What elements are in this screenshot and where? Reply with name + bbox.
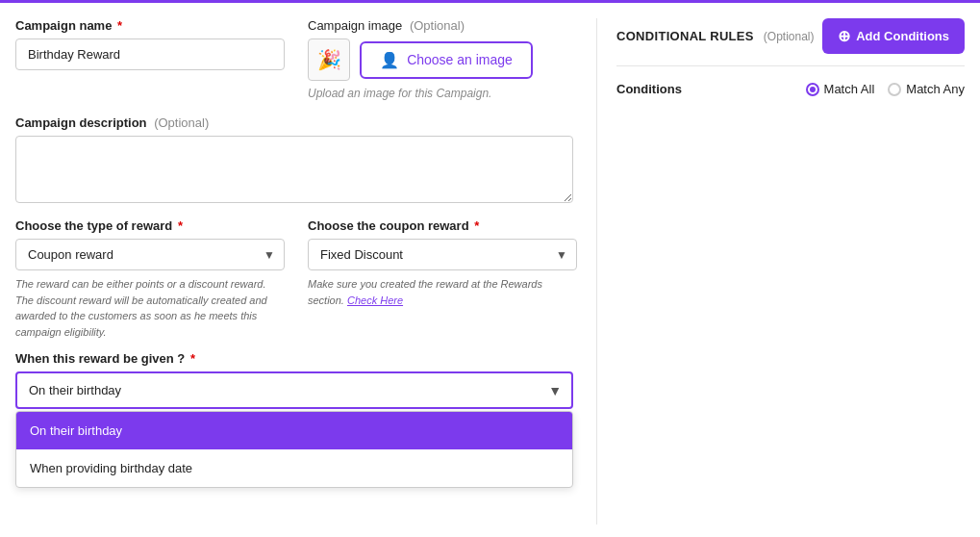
match-options: Match All Match Any (806, 82, 965, 96)
coupon-reward-hint: Make sure you created the reward at the … (308, 276, 577, 308)
campaign-image-label: Campaign image (Optional) (308, 18, 533, 33)
choose-image-button[interactable]: 👤 Choose an image (360, 41, 533, 79)
match-any-radio[interactable] (888, 83, 901, 96)
match-all-label: Match All (824, 82, 875, 96)
match-all-radio[interactable] (806, 83, 819, 96)
conditional-rules-optional: (Optional) (764, 30, 815, 43)
add-conditions-button[interactable]: ⊕ Add Conditions (822, 18, 965, 54)
dropdown-item-birthday[interactable]: On their birthday (16, 412, 572, 449)
when-reward-select[interactable]: On their birthday When providing birthda… (15, 371, 573, 409)
campaign-name-input[interactable] (15, 38, 285, 70)
campaign-name-label: Campaign name * (15, 18, 285, 33)
conditional-rules-header: CONDITIONAL RULES (Optional) ⊕ Add Condi… (616, 18, 965, 66)
conditions-label: Conditions (616, 82, 682, 96)
campaign-description-label: Campaign description (Optional) (15, 115, 209, 130)
reward-type-select[interactable]: Coupon reward Points reward (15, 239, 285, 270)
campaign-image-icon: 🎉 (308, 38, 350, 81)
reward-type-hint: The reward can be either points or a dis… (15, 276, 285, 340)
match-any-label: Match Any (906, 82, 965, 96)
dropdown-item-providing[interactable]: When providing birthday date (16, 449, 572, 487)
campaign-description-textarea[interactable] (15, 136, 573, 203)
conditional-rules-title: CONDITIONAL RULES (616, 29, 754, 43)
upload-hint: Upload an image for this Campaign. (308, 87, 533, 100)
check-here-link[interactable]: Check Here (347, 294, 403, 306)
coupon-reward-select[interactable]: Fixed Discount Percentage Discount Free … (308, 239, 577, 270)
match-any-option[interactable]: Match Any (888, 82, 965, 96)
when-reward-label: When this reward be given ? * (15, 351, 577, 366)
conditions-row: Conditions Match All Match Any (616, 82, 965, 96)
match-all-option[interactable]: Match All (806, 82, 875, 96)
plus-circle-icon: ⊕ (838, 27, 850, 45)
when-reward-dropdown: On their birthday When providing birthda… (15, 411, 573, 488)
reward-type-label: Choose the type of reward * (15, 218, 285, 233)
coupon-reward-label: Choose the coupon reward * (308, 218, 577, 233)
